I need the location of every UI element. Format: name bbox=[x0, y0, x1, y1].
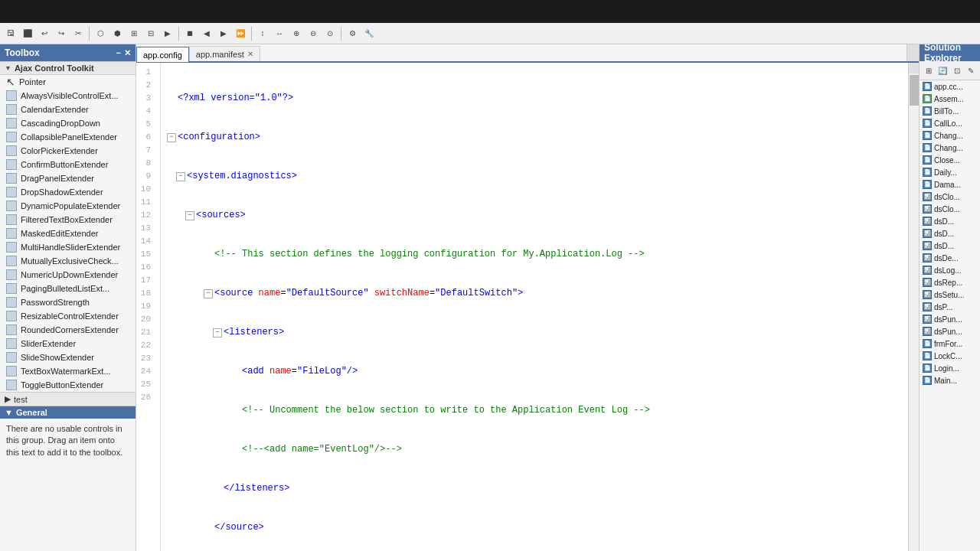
solution-item-billto[interactable]: 📄 BillTo... bbox=[920, 105, 980, 117]
toolbar-btn-4[interactable]: ↪ bbox=[54, 26, 69, 41]
solution-item-dslog[interactable]: 📊 dsLog... bbox=[920, 264, 980, 276]
solution-item-dsclo1[interactable]: 📊 dsClo... bbox=[920, 191, 980, 203]
solution-item-label: Assem... bbox=[934, 95, 964, 103]
solution-item-daily[interactable]: 📄 Daily... bbox=[920, 166, 980, 178]
toolbox-item-17[interactable]: RoundedCornersExtender bbox=[0, 323, 136, 337]
toolbox-item-7[interactable]: DropShadowExtender bbox=[0, 185, 136, 199]
toolbox-item-20[interactable]: TextBoxWatermarkExt... bbox=[0, 364, 136, 378]
toolbox-item-pointer[interactable]: ↖ Pointer bbox=[0, 75, 136, 89]
toolbox-section-ajax[interactable]: ▼ Ajax Control Toolkit bbox=[0, 61, 136, 75]
expand-6[interactable]: − bbox=[204, 289, 213, 298]
solution-item-dama[interactable]: 📄 Dama... bbox=[920, 178, 980, 191]
toolbox-item-3[interactable]: CollapsiblePanelExtender bbox=[0, 130, 136, 144]
toolbar-btn-3[interactable]: ↩ bbox=[37, 26, 52, 41]
toolbox-item-21[interactable]: ToggleButtonExtender bbox=[0, 378, 136, 392]
expand-7[interactable]: − bbox=[213, 328, 222, 337]
se-btn-2[interactable]: 🔄 bbox=[936, 63, 949, 78]
solution-icon-dsde: 📊 bbox=[923, 253, 932, 262]
toolbar-btn-16[interactable]: ↔ bbox=[272, 26, 287, 41]
toolbox-section-test[interactable]: ▶ test bbox=[0, 392, 136, 406]
solution-item-assem[interactable]: 📄 Assem... bbox=[920, 93, 980, 105]
toolbox-item-12[interactable]: MutuallyExclusiveCheck... bbox=[0, 254, 136, 268]
toolbar-btn-10[interactable]: ▶ bbox=[160, 26, 175, 41]
toolbar-btn-19[interactable]: ⊙ bbox=[322, 26, 338, 41]
solution-item-dsd2[interactable]: 📊 dsD... bbox=[920, 227, 980, 240]
toolbox-item-14[interactable]: PagingBulletedListExt... bbox=[0, 282, 136, 295]
se-btn-1[interactable]: ⊞ bbox=[923, 63, 935, 78]
tab-app-manifest[interactable]: app.manifest ✕ bbox=[189, 46, 260, 61]
toolbox-item-15[interactable]: PasswordStrength bbox=[0, 295, 136, 309]
expand-2[interactable]: − bbox=[167, 133, 176, 142]
expand-4[interactable]: − bbox=[185, 211, 194, 220]
solution-item-frmfor[interactable]: 📄 frmFor... bbox=[920, 337, 980, 350]
solution-item-close[interactable]: 📄 Close... bbox=[920, 154, 980, 166]
code-content[interactable]: <?xml version="1.0"?> − <configuration> … bbox=[161, 63, 908, 551]
toolbar-btn-11[interactable]: ⏹ bbox=[182, 26, 198, 41]
toolbar-btn-8[interactable]: ⊞ bbox=[126, 26, 142, 41]
se-btn-4[interactable]: ✎ bbox=[965, 63, 977, 78]
solution-item-dsd1[interactable]: 📊 dsD... bbox=[920, 215, 980, 227]
toolbox-item-1[interactable]: CalendarExtender bbox=[0, 103, 136, 116]
toolbox-section-general[interactable]: ▼ General bbox=[0, 406, 136, 419]
toolbox-item-19[interactable]: SlideShowExtender bbox=[0, 350, 136, 364]
solution-item-dsde[interactable]: 📊 dsDe... bbox=[920, 252, 980, 264]
se-btn-3[interactable]: ⊡ bbox=[951, 63, 963, 78]
expand-3[interactable]: − bbox=[176, 172, 185, 181]
tab-app-config[interactable]: app.config bbox=[136, 47, 189, 62]
toolbar-btn-9[interactable]: ⊟ bbox=[143, 26, 158, 41]
solution-item-label: dsP... bbox=[934, 303, 952, 311]
solution-item-chang1[interactable]: 📄 Chang... bbox=[920, 129, 980, 142]
toolbar-btn-6[interactable]: ⬡ bbox=[93, 26, 108, 41]
toolbar-btn-21[interactable]: 🔧 bbox=[361, 26, 377, 41]
toolbox-item-5[interactable]: ConfirmButtonExtender bbox=[0, 158, 136, 171]
solution-item-dspun1[interactable]: 📊 dsPun... bbox=[920, 313, 980, 325]
toolbox-item-4[interactable]: ColorPickerExtender bbox=[0, 144, 136, 158]
toolbox-item-2[interactable]: CascadingDropDown bbox=[0, 116, 136, 130]
toolbar-btn-15[interactable]: ↕ bbox=[255, 26, 270, 41]
code-line-12: </source> bbox=[167, 521, 902, 534]
solution-item-appcc[interactable]: 📄 app.cc... bbox=[920, 80, 980, 93]
toolbox-item-10[interactable]: MaskedEditExtender bbox=[0, 227, 136, 240]
top-bar bbox=[0, 0, 980, 23]
solution-item-dsset[interactable]: 📊 dsSetu... bbox=[920, 289, 980, 301]
toolbox-item-18[interactable]: SliderExtender bbox=[0, 337, 136, 350]
toolbox-item-9[interactable]: FilteredTextBoxExtender bbox=[0, 213, 136, 227]
toolbar-btn-20[interactable]: ⚙ bbox=[345, 26, 360, 41]
solution-item-dsp1[interactable]: 📊 dsP... bbox=[920, 301, 980, 313]
toolbox-pin-icon[interactable]: − bbox=[116, 48, 121, 58]
toolbox-item-8[interactable]: DynamicPopulateExtender bbox=[0, 199, 136, 213]
solution-item-lockc[interactable]: 📄 LockC... bbox=[920, 350, 980, 362]
scrollbar-thumb[interactable] bbox=[910, 75, 919, 106]
solution-item-chang2[interactable]: 📄 Chang... bbox=[920, 142, 980, 154]
toolbar-btn-12[interactable]: ◀ bbox=[199, 26, 214, 41]
toolbox-item-6[interactable]: DragPanelExtender bbox=[0, 171, 136, 185]
tab-dropdown-btn[interactable]: ▾ bbox=[906, 44, 919, 61]
toolbar-btn-2[interactable]: ⬛ bbox=[20, 26, 35, 41]
toolbar-btn-7[interactable]: ⬢ bbox=[109, 26, 125, 41]
toolbar-btn-17[interactable]: ⊕ bbox=[289, 26, 304, 41]
toolbox-item-11[interactable]: MultiHandleSliderExtender bbox=[0, 240, 136, 254]
toolbox-close-icon[interactable]: ✕ bbox=[124, 48, 131, 58]
toolbox-item-13[interactable]: NumericUpDownExtender bbox=[0, 268, 136, 282]
solution-item-dsd3[interactable]: 📊 dsD... bbox=[920, 240, 980, 252]
toolbox-item-label-0: AlwaysVisibleControlExt... bbox=[21, 91, 119, 100]
toolbar-btn-1[interactable]: 🖫 bbox=[3, 26, 18, 41]
toolbar-btn-5[interactable]: ✂ bbox=[70, 26, 86, 41]
solution-item-dsclo2[interactable]: 📊 dsClo... bbox=[920, 203, 980, 215]
solution-item-main[interactable]: 📄 Main... bbox=[920, 374, 980, 386]
solution-item-dspun2[interactable]: 📊 dsPun... bbox=[920, 325, 980, 337]
toolbar-btn-13[interactable]: ▶ bbox=[216, 26, 231, 41]
scrollbar-up-btn[interactable]: ▲ bbox=[909, 63, 919, 73]
solution-explorer-toolbar: ⊞ 🔄 ⊡ ✎ bbox=[920, 61, 980, 80]
toolbox-item-0[interactable]: AlwaysVisibleControlExt... bbox=[0, 89, 136, 103]
code-editor[interactable]: 1 2 3 4 5 6 7 8 9 10 11 12 13 14 15 16 1… bbox=[136, 63, 919, 551]
toolbox-item-16[interactable]: ResizableControlExtender bbox=[0, 309, 136, 323]
tab-app-manifest-close[interactable]: ✕ bbox=[247, 50, 253, 58]
toolbar-btn-14[interactable]: ⏩ bbox=[233, 26, 248, 41]
solution-item-login[interactable]: 📄 Login... bbox=[920, 362, 980, 374]
editor-scrollbar[interactable]: ▲ bbox=[908, 63, 919, 551]
toolbar-btn-18[interactable]: ⊖ bbox=[305, 26, 321, 41]
solution-item-dsrep[interactable]: 📊 dsRep... bbox=[920, 276, 980, 289]
toolbox-item-label-1: CalendarExtender bbox=[21, 105, 89, 114]
solution-item-calllo[interactable]: 📄 CallLo... bbox=[920, 117, 980, 129]
